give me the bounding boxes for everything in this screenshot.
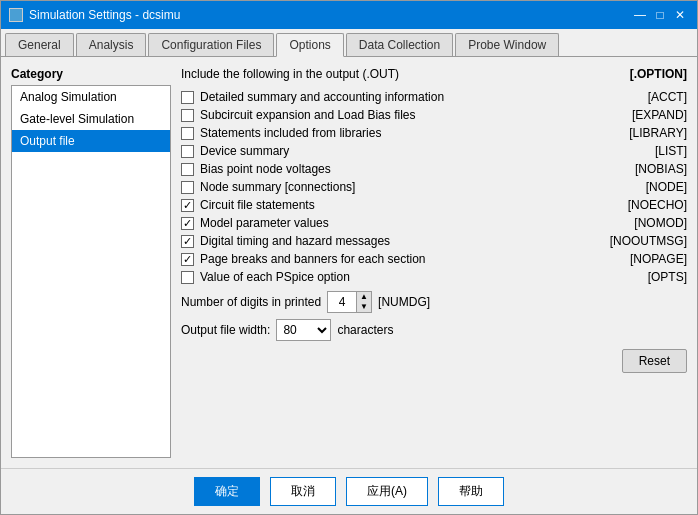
option-row-acct: Detailed summary and accounting informat…	[181, 89, 687, 105]
options-header-text: Include the following in the output (.OU…	[181, 67, 399, 81]
tab-general[interactable]: General	[5, 33, 74, 56]
minimize-button[interactable]: —	[631, 6, 649, 24]
content-area: Category Analog Simulation Gate-level Si…	[1, 57, 697, 468]
label-node: Node summary [connections]	[200, 180, 355, 194]
checkbox-noecho[interactable]	[181, 199, 194, 212]
width-unit: characters	[337, 323, 393, 337]
checkbox-nopage[interactable]	[181, 253, 194, 266]
title-controls: — □ ✕	[631, 6, 689, 24]
digits-row: Number of digits in printed ▲ ▼ [NUMDG]	[181, 291, 687, 313]
category-item-analog[interactable]: Analog Simulation	[12, 86, 170, 108]
code-list: [LIST]	[655, 144, 687, 158]
category-item-gate[interactable]: Gate-level Simulation	[12, 108, 170, 130]
spin-up-button[interactable]: ▲	[357, 292, 371, 302]
tabs-bar: General Analysis Configuration Files Opt…	[1, 29, 697, 57]
checkbox-list[interactable]	[181, 145, 194, 158]
spin-buttons: ▲ ▼	[356, 292, 371, 312]
width-select[interactable]: 80 72 120 132	[276, 319, 331, 341]
option-row-nopage: Page breaks and banners for each section…	[181, 251, 687, 267]
code-nomod: [NOMOD]	[634, 216, 687, 230]
code-library: [LIBRARY]	[629, 126, 687, 140]
option-row-noecho: Circuit file statements [NOECHO]	[181, 197, 687, 213]
tab-data-collection[interactable]: Data Collection	[346, 33, 453, 56]
category-label: Category	[11, 67, 171, 81]
label-nopage: Page breaks and banners for each section	[200, 252, 425, 266]
apply-button[interactable]: 应用(A)	[346, 477, 428, 506]
checkbox-nobias[interactable]	[181, 163, 194, 176]
close-button[interactable]: ✕	[671, 6, 689, 24]
code-acct: [ACCT]	[648, 90, 687, 104]
options-panel: Include the following in the output (.OU…	[181, 67, 687, 458]
app-icon	[9, 8, 23, 22]
checkbox-nomod[interactable]	[181, 217, 194, 230]
option-row-opts: Value of each PSpice option [OPTS]	[181, 269, 687, 285]
width-label: Output file width:	[181, 323, 270, 337]
label-nobias: Bias point node voltages	[200, 162, 331, 176]
tab-configuration-files[interactable]: Configuration Files	[148, 33, 274, 56]
confirm-button[interactable]: 确定	[194, 477, 260, 506]
code-opts: [OPTS]	[648, 270, 687, 284]
width-row: Output file width: 80 72 120 132 charact…	[181, 319, 687, 341]
label-nooutmsg: Digital timing and hazard messages	[200, 234, 390, 248]
option-row-list: Device summary [LIST]	[181, 143, 687, 159]
checkbox-nooutmsg[interactable]	[181, 235, 194, 248]
label-noecho: Circuit file statements	[200, 198, 315, 212]
cancel-button[interactable]: 取消	[270, 477, 336, 506]
options-header-code: [.OPTION]	[630, 67, 687, 81]
label-nomod: Model parameter values	[200, 216, 329, 230]
checkbox-opts[interactable]	[181, 271, 194, 284]
digits-spinbox: ▲ ▼	[327, 291, 372, 313]
category-panel: Category Analog Simulation Gate-level Si…	[11, 67, 171, 458]
option-row-nobias: Bias point node voltages [NOBIAS]	[181, 161, 687, 177]
code-node: [NODE]	[646, 180, 687, 194]
main-window: Simulation Settings - dcsimu — □ ✕ Gener…	[0, 0, 698, 515]
label-acct: Detailed summary and accounting informat…	[200, 90, 444, 104]
label-library: Statements included from libraries	[200, 126, 381, 140]
window-title: Simulation Settings - dcsimu	[29, 8, 180, 22]
label-opts: Value of each PSpice option	[200, 270, 350, 284]
options-header: Include the following in the output (.OU…	[181, 67, 687, 81]
option-row-nooutmsg: Digital timing and hazard messages [NOOU…	[181, 233, 687, 249]
tab-analysis[interactable]: Analysis	[76, 33, 147, 56]
reset-button[interactable]: Reset	[622, 349, 687, 373]
checkbox-node[interactable]	[181, 181, 194, 194]
code-noecho: [NOECHO]	[628, 198, 687, 212]
category-list: Analog Simulation Gate-level Simulation …	[11, 85, 171, 458]
code-nopage: [NOPAGE]	[630, 252, 687, 266]
tab-probe-window[interactable]: Probe Window	[455, 33, 559, 56]
reset-area: Reset	[181, 349, 687, 373]
checkbox-acct[interactable]	[181, 91, 194, 104]
digits-label: Number of digits in printed	[181, 295, 321, 309]
code-nobias: [NOBIAS]	[635, 162, 687, 176]
tab-options[interactable]: Options	[276, 33, 343, 57]
code-numdg: [NUMDG]	[378, 295, 430, 309]
code-expand: [EXPAND]	[632, 108, 687, 122]
label-expand: Subcircuit expansion and Load Bias files	[200, 108, 415, 122]
title-bar: Simulation Settings - dcsimu — □ ✕	[1, 1, 697, 29]
option-row-nomod: Model parameter values [NOMOD]	[181, 215, 687, 231]
maximize-button[interactable]: □	[651, 6, 669, 24]
digits-input[interactable]	[328, 292, 356, 312]
checkbox-library[interactable]	[181, 127, 194, 140]
category-item-output[interactable]: Output file	[12, 130, 170, 152]
option-row-library: Statements included from libraries [LIBR…	[181, 125, 687, 141]
spin-down-button[interactable]: ▼	[357, 302, 371, 312]
checkbox-expand[interactable]	[181, 109, 194, 122]
help-button[interactable]: 帮助	[438, 477, 504, 506]
option-row-node: Node summary [connections] [NODE]	[181, 179, 687, 195]
bottom-bar: 确定 取消 应用(A) 帮助	[1, 468, 697, 514]
label-list: Device summary	[200, 144, 289, 158]
code-nooutmsg: [NOOUTMSG]	[610, 234, 687, 248]
title-bar-left: Simulation Settings - dcsimu	[9, 8, 180, 22]
option-row-expand: Subcircuit expansion and Load Bias files…	[181, 107, 687, 123]
